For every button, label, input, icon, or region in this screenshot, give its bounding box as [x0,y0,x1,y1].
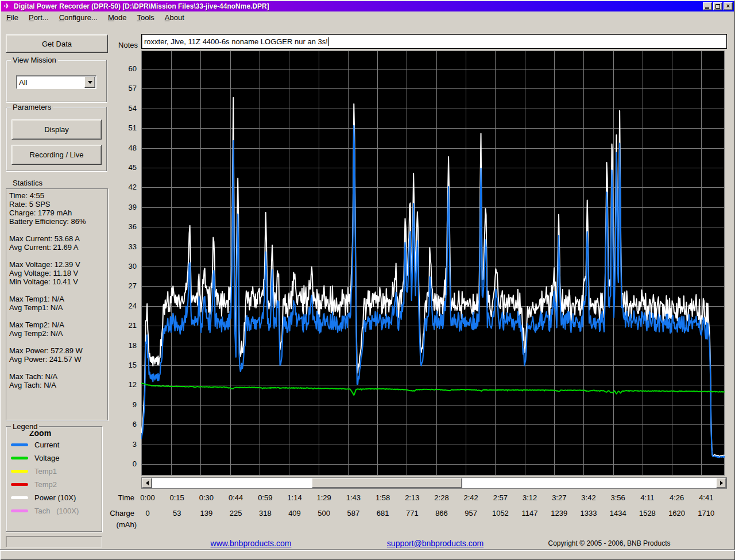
zoom-label[interactable]: Zoom [29,428,102,438]
get-data-button[interactable]: Get Data [6,34,108,53]
restore-icon [715,4,720,9]
y-tick-label: 51 [110,123,137,132]
stat-line: Charge: 1779 mAh [9,208,107,217]
legend-item-temp1[interactable]: Temp1 [6,465,102,478]
legend-items: CurrentVoltageTemp1Temp2Power (10X)Tach … [6,438,102,517]
y-tick-label: 57 [110,84,137,92]
legend-item-voltage[interactable]: Voltage [6,451,102,465]
legend-label: Power (10X) [34,493,76,502]
arrow-right-icon [720,481,723,485]
view-mission-selected: All [17,78,84,87]
text-caret [328,37,329,46]
status-box [6,536,102,547]
legend-item-current[interactable]: Current [6,438,102,451]
dropdown-button[interactable] [84,76,95,88]
legend-item-tach100x[interactable]: Tach (100X) [6,504,102,517]
legend-swatch [11,457,28,459]
menu-item-tools[interactable]: Tools [131,12,159,23]
stat-line: Avg Temp2: N/A [9,329,107,338]
legend-label: Voltage [34,454,59,462]
legend-label: Current [34,441,59,449]
charge-tick-label: 1710 [689,509,724,517]
y-tick-label: 27 [110,281,137,290]
y-tick-label: 45 [110,163,137,172]
app-icon: ✈ [2,2,11,10]
y-tick-label: 60 [110,64,137,73]
stat-line: Max Power: 572.89 W [9,346,107,355]
stat-line: Max Current: 53.68 A [9,234,107,243]
website-link[interactable]: www.bnbproducts.com [211,539,292,548]
scroll-right-button[interactable] [716,478,726,488]
scrollbar-thumb[interactable] [312,478,462,488]
stat-line: Avg Power: 241.57 W [9,355,107,364]
stat-line: Max Temp1: N/A [9,295,107,303]
support-email-link[interactable]: support@bnbproducts.com [387,539,483,548]
y-tick-label: 3 [110,440,137,449]
bottom-divider [0,549,735,551]
stat-line [9,364,107,372]
time-tick-label: 4:41 [689,493,724,502]
stat-line [9,312,107,320]
legend-item-power10x[interactable]: Power (10X) [6,491,102,504]
notes-input[interactable]: roxxter, Jive, 11Z 4400-6s noname LOGGER… [141,34,727,49]
menu-item-mode[interactable]: Mode [103,12,132,23]
y-tick-label: 48 [110,144,137,152]
window-controls: × [703,2,733,10]
copyright-text: Copyright © 2005 - 2006, BNB Products [548,539,671,547]
stat-line: Max Temp2: N/A [9,320,107,329]
arrow-left-icon [146,481,149,485]
app-window: ✈ Digital Power Recorder (DPR-50) [D:\DP… [0,0,735,560]
legend-group: Legend CurrentVoltageTemp1Temp2Power (10… [6,426,102,532]
y-tick-label: 18 [110,341,137,350]
legend-label: Temp2 [34,480,57,489]
restore-button[interactable] [713,2,722,10]
display-button[interactable]: Display [11,119,102,140]
scroll-left-button[interactable] [142,478,152,488]
legend-title: Legend [11,422,39,431]
chart-plot-area[interactable] [141,51,725,476]
statistics-title: Statistics [13,179,42,187]
y-tick-label: 9 [110,400,137,409]
menu-item-file[interactable]: File [1,12,24,23]
stat-line [9,252,107,260]
y-tick-label: 42 [110,183,137,191]
title-bar[interactable]: ✈ Digital Power Recorder (DPR-50) [D:\DP… [1,1,734,11]
legend-swatch [11,470,28,473]
stat-line: Battery Efficiency: 86% [9,217,107,226]
stat-line: Avg Voltage: 11.18 V [9,269,107,277]
legend-swatch [11,483,28,486]
view-mission-label: View Mission [11,56,58,64]
notes-label: Notes [113,41,138,49]
statistics-panel: Time: 4:55Rate: 5 SPSCharge: 1779 mAhBat… [6,188,108,420]
menu-item-about[interactable]: About [160,12,189,23]
y-tick-label: 24 [110,302,137,310]
y-tick-label: 30 [110,262,137,271]
stat-line: Min Voltage: 10.41 V [9,277,107,286]
recording-live-button[interactable]: Recording / Live [11,145,102,165]
y-tick-label: 36 [110,222,137,231]
menu-item-port[interactable]: Port... [24,12,54,23]
stat-line: Avg Temp1: N/A [9,303,107,312]
close-button[interactable]: × [724,2,733,10]
stat-line: Rate: 5 SPS [9,200,107,208]
legend-item-temp2[interactable]: Temp2 [6,478,102,491]
stat-line [9,338,107,346]
y-tick-label: 21 [110,321,137,330]
minimize-icon [705,7,709,9]
stat-line: Max Tach: N/A [9,372,107,381]
y-tick-label: 54 [110,104,137,113]
legend-swatch [11,496,28,499]
menu-item-configure[interactable]: Configure... [54,12,103,23]
y-tick-label: 33 [110,242,137,251]
stat-line [9,286,107,295]
chart-scrollbar[interactable] [141,477,727,489]
y-tick-label: 6 [110,420,137,428]
legend-swatch [11,443,28,446]
view-mission-dropdown[interactable]: All [16,75,96,89]
window-title: Digital Power Recorder (DPR-50) [D:\DPR\… [14,2,701,10]
minimize-button[interactable] [703,2,712,10]
legend-label: Tach (100X) [34,507,79,515]
y-tick-label: 39 [110,203,137,211]
menu-bar: FilePort...Configure...ModeToolsAbout [1,12,734,23]
stat-line: Avg Tach: N/A [9,381,107,389]
